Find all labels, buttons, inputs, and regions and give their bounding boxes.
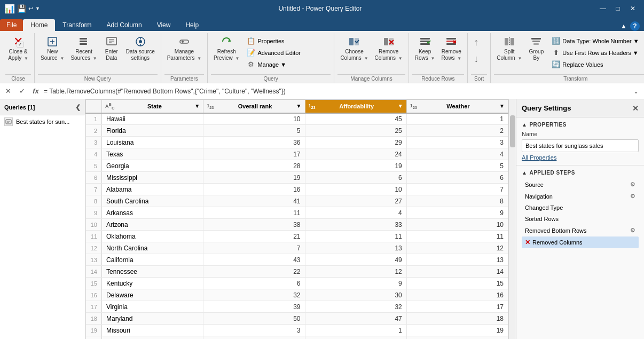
step-gear-icon[interactable]: ⚙ [630, 227, 635, 234]
affordability-cell: 12 [305, 266, 406, 278]
close-apply-button[interactable]: ✕ ✓ Close &Apply ▼ [5, 34, 31, 69]
table-row[interactable]: 15 Kentucky 6 9 15 [86, 278, 508, 289]
window-close-button[interactable]: ✕ [626, 3, 640, 14]
properties-chevron[interactable]: ▲ [522, 122, 527, 128]
data-source-settings-button[interactable]: Data sourcesettings [123, 34, 158, 69]
table-row[interactable]: 5 Georgia 28 19 5 [86, 160, 508, 172]
undo-icon[interactable]: ↩ [28, 5, 33, 12]
table-row[interactable]: 10 Arizona 38 33 10 [86, 219, 508, 231]
table-row[interactable]: 8 South Carolina 41 27 8 [86, 195, 508, 207]
enter-data-button[interactable]: EnterData [101, 34, 122, 69]
sort-descending-button[interactable]: ↓ [471, 52, 487, 66]
name-label: Name [522, 131, 639, 137]
refresh-preview-button[interactable]: RefreshPreview ▼ [211, 34, 242, 69]
svg-rect-36 [6, 120, 11, 124]
table-row[interactable]: 19 Missouri 3 1 19 [86, 325, 508, 336]
query-item-best-states[interactable]: Best states for sun... [0, 115, 85, 128]
table-row[interactable]: 1 Hawaii 10 45 1 [86, 113, 508, 125]
table-row[interactable]: 14 Tennessee 22 12 14 [86, 266, 508, 278]
group-by-button[interactable]: GroupBy [525, 34, 547, 69]
tab-file[interactable]: File [0, 19, 23, 31]
tab-help[interactable]: Help [178, 19, 206, 31]
recent-sources-button[interactable]: RecentSources ▼ [68, 34, 99, 69]
remove-rows-button[interactable]: RemoveRows ▼ [438, 34, 464, 69]
table-row[interactable]: 2 Florida 5 25 2 [86, 125, 508, 137]
minimize-button[interactable]: — [596, 3, 610, 14]
save-icon[interactable]: 💾 [17, 4, 26, 13]
row-num-cell: 20 [86, 336, 102, 339]
advanced-editor-button[interactable]: 📝 Advanced Editor [244, 47, 329, 58]
ribbon-collapse-btn[interactable]: ▲ [621, 22, 627, 30]
overall-rank-col-dropdown[interactable]: ▼ [296, 103, 302, 109]
col-header-affordability[interactable]: 123 Affordability ▼ [305, 100, 406, 113]
manage-button[interactable]: ⚙ Manage ▼ [244, 59, 329, 70]
ribbon-group-parameters: ManageParameters ▼ Parameters [161, 33, 208, 83]
col-header-overall-rank[interactable]: 123 Overall rank ▼ [203, 100, 305, 113]
ribbon-group-sort-label: Sort [471, 74, 487, 82]
properties-section-title: ▲ PROPERTIES [522, 122, 639, 128]
table-row[interactable]: 4 Texas 17 24 4 [86, 148, 508, 160]
properties-button[interactable]: 📋 Properties [244, 35, 329, 46]
step-x-icon[interactable]: ✕ [525, 239, 530, 246]
table-row[interactable]: 12 North Carolina 7 13 12 [86, 242, 508, 254]
step-item-removedColumns[interactable]: ✕Removed Columns [522, 236, 639, 248]
choose-columns-button[interactable]: ChooseColumns ▼ [337, 34, 371, 69]
formula-fx-button[interactable]: fx [30, 85, 42, 97]
table-row[interactable]: 20 Kansas 7 7 20 [86, 336, 508, 339]
quick-access-dropdown[interactable]: ▼ [35, 6, 40, 11]
tab-home[interactable]: Home [23, 19, 55, 31]
formula-confirm-button[interactable]: ✓ [16, 85, 28, 97]
formula-input[interactable] [44, 85, 628, 97]
queries-collapse-button[interactable]: ❮ [75, 104, 81, 111]
step-item-navigation[interactable]: Navigation⚙ [522, 191, 639, 202]
step-item-changedType[interactable]: Changed Type [522, 202, 639, 213]
step-left: Sorted Rows [525, 216, 559, 222]
state-col-dropdown[interactable]: ▼ [194, 103, 200, 109]
step-item-source[interactable]: Source⚙ [522, 179, 639, 190]
data-table-wrapper[interactable]: ABC State ▼ 123 Overall rank ▼ [85, 99, 508, 339]
table-row[interactable]: 11 Oklahoma 21 11 11 [86, 231, 508, 242]
ribbon-tab-bar: File Home Transform Add Column View Help… [0, 17, 644, 31]
formula-expand-button[interactable]: ⌄ [630, 85, 642, 97]
col-header-weather[interactable]: 123 Weather ▼ [406, 100, 508, 113]
step-gear-icon[interactable]: ⚙ [630, 181, 635, 188]
keep-rows-button[interactable]: KeepRows ▼ [412, 34, 438, 69]
applied-steps-chevron[interactable]: ▲ [522, 170, 527, 176]
table-row[interactable]: 16 Delaware 32 30 16 [86, 289, 508, 301]
manage-parameters-button[interactable]: ManageParameters ▼ [164, 34, 204, 69]
formula-cancel-button[interactable]: ✕ [2, 85, 14, 97]
step-item-removedBottomRows[interactable]: Removed Bottom Rows⚙ [522, 225, 639, 236]
tab-add-column[interactable]: Add Column [99, 19, 150, 31]
overall-rank-col-label: Overall rank [216, 103, 294, 109]
step-left: Removed Bottom Rows [525, 227, 587, 234]
help-btn[interactable]: ? [630, 21, 640, 31]
split-column-button[interactable]: SplitColumn ▼ [494, 34, 524, 69]
sort-ascending-button[interactable]: ↑ [471, 35, 487, 50]
table-row[interactable]: 3 Louisiana 36 29 3 [86, 137, 508, 148]
replace-values-button[interactable]: 🔄 Replace Values [549, 59, 644, 70]
maximize-button[interactable]: □ [611, 3, 625, 14]
table-row[interactable]: 6 Mississippi 19 6 6 [86, 172, 508, 184]
use-first-row-button[interactable]: ⬆ Use First Row as Headers ▼ [549, 47, 644, 58]
tab-transform[interactable]: Transform [55, 19, 99, 31]
new-source-button[interactable]: NewSource ▼ [38, 34, 67, 69]
query-small-buttons: 📋 Properties 📝 Advanced Editor ⚙ Manage … [243, 34, 331, 69]
all-properties-link[interactable]: All Properties [522, 154, 639, 161]
tab-view[interactable]: View [150, 19, 178, 31]
remove-columns-button[interactable]: RemoveColumns ▼ [372, 34, 405, 69]
table-row[interactable]: 13 California 43 49 13 [86, 254, 508, 266]
vertical-scrollbar[interactable] [508, 99, 516, 339]
step-item-sortedRows[interactable]: Sorted Rows [522, 214, 639, 224]
step-gear-icon[interactable]: ⚙ [630, 193, 635, 200]
table-row[interactable]: 17 Virginia 39 32 17 [86, 301, 508, 313]
table-row[interactable]: 9 Arkansas 11 4 9 [86, 207, 508, 219]
affordability-cell: 29 [305, 137, 406, 148]
query-settings-close-button[interactable]: ✕ [632, 104, 639, 113]
col-header-state[interactable]: ABC State ▼ [102, 100, 203, 113]
data-type-button[interactable]: 🔢 Data Type: Whole Number ▼ [549, 35, 644, 46]
weather-col-dropdown[interactable]: ▼ [499, 103, 505, 109]
table-row[interactable]: 7 Alabama 16 10 7 [86, 184, 508, 195]
table-row[interactable]: 18 Maryland 50 47 18 [86, 313, 508, 325]
query-name-input[interactable] [522, 139, 639, 152]
affordability-col-dropdown[interactable]: ▼ [398, 103, 403, 109]
